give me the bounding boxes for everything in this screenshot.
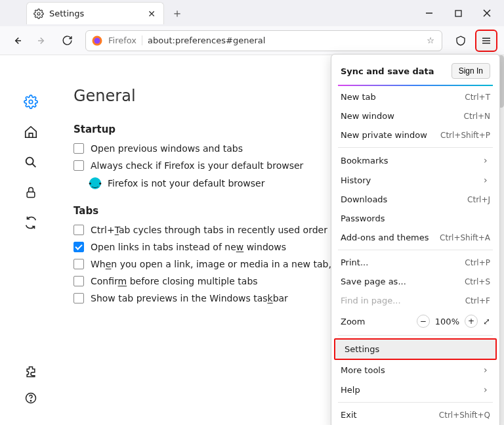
menu-item[interactable]: Print...Ctrl+P [331, 253, 499, 272]
close-icon[interactable]: ✕ [146, 9, 157, 19]
sidebar-search-icon[interactable] [24, 155, 38, 169]
url-text: about:preferences#general [148, 35, 265, 45]
menu-divider [338, 147, 493, 148]
fullscreen-icon[interactable]: ⤢ [483, 317, 490, 326]
reload-button[interactable] [56, 30, 77, 51]
menu-item-more-tools[interactable]: More tools› [331, 360, 499, 380]
maximize-button[interactable] [444, 0, 472, 26]
bookmark-star-icon[interactable]: ☆ [425, 35, 436, 47]
sidebar-help-icon[interactable] [24, 391, 38, 405]
chevron-right-icon: › [484, 155, 490, 166]
svg-point-13 [26, 158, 33, 165]
sidebar-extensions-icon[interactable] [24, 365, 38, 379]
menu-item[interactable]: Passwords [331, 209, 499, 228]
chevron-right-icon: › [484, 175, 490, 185]
browser-tab-settings[interactable]: Settings ✕ [26, 2, 164, 24]
svg-point-12 [29, 100, 33, 104]
window-controls [415, 0, 501, 26]
menu-divider [338, 402, 493, 403]
svg-point-17 [30, 401, 31, 401]
chevron-right-icon: › [484, 365, 490, 375]
app-menu-panel: Sync and save data Sign In New tabCtrl+T… [331, 54, 500, 425]
menu-sync-row: Sync and save data Sign In [331, 58, 499, 83]
menu-item[interactable]: Bookmarks› [331, 150, 499, 170]
identity-label: Firefox [108, 35, 142, 45]
minimize-button[interactable] [415, 0, 444, 26]
menu-item[interactable]: New tabCtrl+T [331, 87, 499, 106]
sign-in-button[interactable]: Sign In [452, 63, 490, 79]
sidebar-privacy-icon[interactable] [24, 185, 38, 200]
svg-rect-2 [455, 11, 461, 16]
menu-item[interactable]: New private windowCtrl+Shift+P [331, 125, 499, 145]
pocket-button[interactable] [450, 30, 471, 51]
zoom-value: 100% [435, 317, 459, 326]
menu-item[interactable]: History› [331, 170, 499, 190]
menu-item[interactable]: Add-ons and themesCtrl+Shift+A [331, 228, 499, 247]
address-bar[interactable]: Firefox about:preferences#general ☆ [85, 30, 442, 51]
sidebar-sync-icon[interactable] [24, 215, 38, 230]
sidebar-general-icon[interactable] [24, 95, 38, 109]
tab-title: Settings [49, 9, 141, 18]
firefox-icon [91, 35, 103, 47]
back-button[interactable] [7, 30, 28, 51]
menu-item[interactable]: Find in page...Ctrl+F [331, 291, 499, 310]
menu-zoom-row: Zoom − 100% + ⤢ [331, 310, 499, 332]
menu-item[interactable]: DownloadsCtrl+J [331, 190, 499, 209]
svg-line-14 [32, 164, 35, 167]
settings-sidebar [0, 55, 62, 425]
menu-item[interactable]: Save page as...Ctrl+S [331, 272, 499, 291]
sad-face-icon: •‿• [89, 177, 101, 189]
close-window-button[interactable] [472, 0, 501, 26]
menu-item[interactable]: New windowCtrl+N [331, 106, 499, 125]
zoom-in-button[interactable]: + [465, 315, 478, 328]
svg-rect-15 [27, 192, 35, 197]
forward-button[interactable] [32, 30, 52, 51]
gradient-divider [338, 85, 493, 86]
zoom-out-button[interactable]: − [417, 315, 430, 328]
sidebar-home-icon[interactable] [24, 125, 38, 139]
svg-point-0 [37, 12, 40, 15]
new-tab-button[interactable]: ＋ [168, 4, 186, 22]
chevron-right-icon: › [484, 384, 490, 395]
navigation-toolbar: Firefox about:preferences#general ☆ [0, 26, 504, 55]
menu-divider [338, 250, 493, 250]
menu-item-settings[interactable]: Settings [334, 338, 497, 360]
title-bar: Settings ✕ ＋ [0, 0, 504, 26]
menu-item-exit[interactable]: ExitCtrl+Shift+Q [331, 405, 499, 424]
menu-divider [338, 335, 493, 336]
menu-item-help[interactable]: Help› [331, 380, 499, 399]
svg-point-8 [94, 37, 100, 43]
gear-icon [33, 9, 44, 19]
app-menu-button[interactable] [475, 30, 497, 52]
